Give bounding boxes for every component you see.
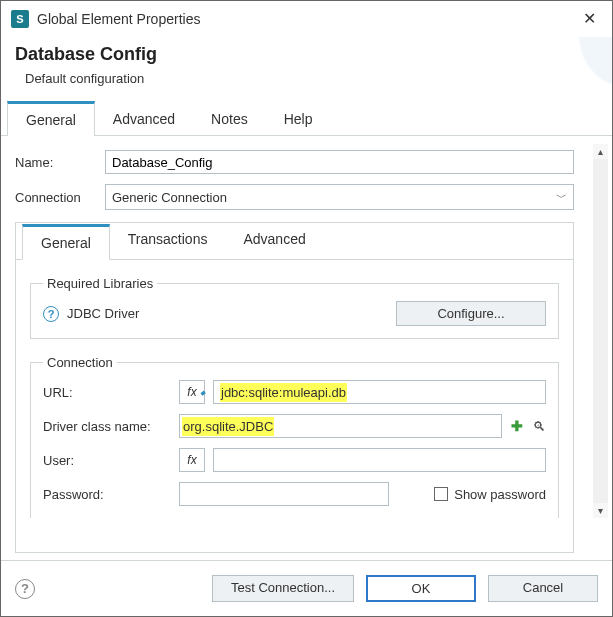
inner-tab-transactions[interactable]: Transactions <box>110 223 226 259</box>
dialog-footer: ? Test Connection... OK Cancel <box>1 560 612 616</box>
tab-general[interactable]: General <box>7 101 95 136</box>
show-password-label: Show password <box>454 487 546 502</box>
connection-select[interactable]: Generic Connection ﹀ <box>105 184 574 210</box>
add-icon[interactable]: ✚ <box>510 419 524 433</box>
close-icon[interactable]: ✕ <box>577 7 602 30</box>
inner-panel: General Transactions Advanced Required L… <box>15 222 574 553</box>
show-password-checkbox[interactable] <box>434 487 448 501</box>
chevron-down-icon: ﹀ <box>556 190 567 205</box>
driver-class-input[interactable]: org.sqlite.JDBC <box>182 417 274 436</box>
connection-group: Connection URL: fx◆ jdbc:sqlite:muleapi.… <box>30 355 559 518</box>
tab-advanced[interactable]: Advanced <box>95 100 193 135</box>
scroll-down-icon[interactable]: ▾ <box>593 503 608 518</box>
connection-label: Connection <box>15 190 97 205</box>
password-input-wrapper <box>179 482 389 506</box>
window-title: Global Element Properties <box>37 11 200 27</box>
help-icon[interactable]: ? <box>43 306 59 322</box>
main-tabstrip: General Advanced Notes Help <box>1 100 612 136</box>
fx-button-user[interactable]: fx <box>179 448 205 472</box>
driver-class-input-wrapper: org.sqlite.JDBC <box>179 414 502 438</box>
title-bar: S Global Element Properties ✕ <box>1 1 612 34</box>
body-area: ▴ ▾ Name: Connection Generic Connection … <box>1 136 612 526</box>
driver-class-label: Driver class name: <box>43 419 171 434</box>
url-input[interactable]: jdbc:sqlite:muleapi.db <box>220 383 347 402</box>
fx-badge-icon: ◆ <box>200 382 205 404</box>
app-icon: S <box>11 10 29 28</box>
test-connection-button[interactable]: Test Connection... <box>212 575 354 602</box>
url-input-wrapper: jdbc:sqlite:muleapi.db <box>213 380 546 404</box>
required-libraries-group: Required Libraries ? JDBC Driver Configu… <box>30 276 559 339</box>
user-input-wrapper <box>213 448 546 472</box>
required-libraries-legend: Required Libraries <box>43 276 157 291</box>
scrollbar[interactable]: ▴ ▾ <box>593 144 608 518</box>
jdbc-driver-label: JDBC Driver <box>67 306 139 321</box>
connection-value: Generic Connection <box>112 190 227 205</box>
user-label: User: <box>43 453 171 468</box>
fx-button-url[interactable]: fx◆ <box>179 380 205 404</box>
user-input[interactable] <box>216 450 543 470</box>
name-input[interactable] <box>105 150 574 174</box>
inner-tab-general[interactable]: General <box>22 224 110 260</box>
inner-tab-advanced[interactable]: Advanced <box>225 223 323 259</box>
connection-legend: Connection <box>43 355 117 370</box>
ok-button[interactable]: OK <box>366 575 476 602</box>
configure-button[interactable]: Configure... <box>396 301 546 326</box>
password-label: Password: <box>43 487 171 502</box>
password-input[interactable] <box>182 484 386 504</box>
dialog-subheading: Default configuration <box>1 67 612 100</box>
footer-help-icon[interactable]: ? <box>15 579 35 599</box>
name-label: Name: <box>15 155 97 170</box>
url-label: URL: <box>43 385 171 400</box>
inner-tabstrip: General Transactions Advanced <box>16 223 573 260</box>
dialog-heading: Database Config <box>1 34 612 67</box>
cancel-button[interactable]: Cancel <box>488 575 598 602</box>
tab-help[interactable]: Help <box>266 100 331 135</box>
search-icon[interactable]: 🔍︎ <box>532 419 546 433</box>
scroll-up-icon[interactable]: ▴ <box>593 144 608 159</box>
tab-notes[interactable]: Notes <box>193 100 266 135</box>
